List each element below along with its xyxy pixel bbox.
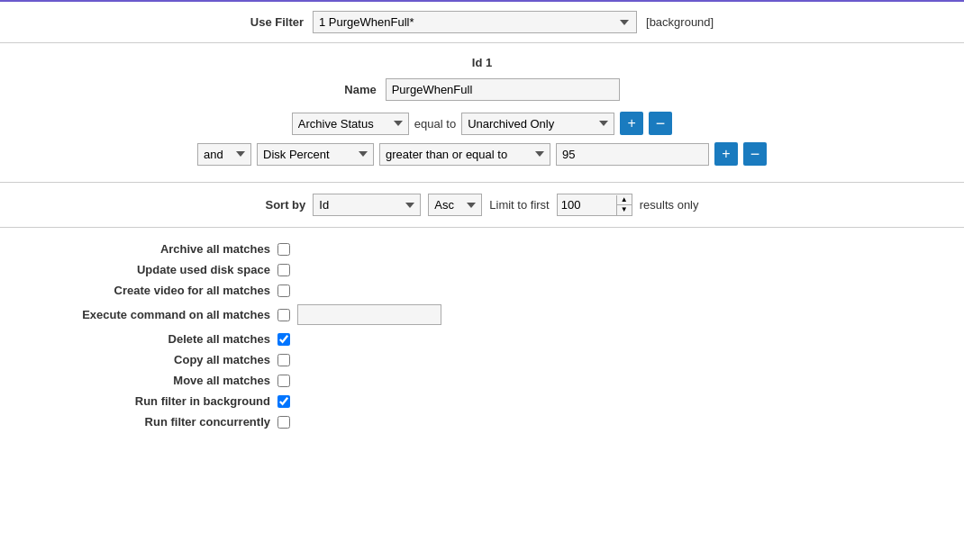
filter-operator-1-label: equal to	[414, 117, 456, 131]
filter-operator-2-select[interactable]: equal to not equal to greater than less …	[379, 143, 550, 166]
filter-rows: Archive Status Disk Percent equal to Una…	[18, 112, 946, 166]
limit-to-first-label: Limit to first	[489, 198, 549, 212]
spinner-down-button[interactable]: ▼	[617, 205, 632, 215]
action-run-filter-concurrently-row: Run filter concurrently	[54, 415, 946, 429]
use-filter-label: Use Filter	[250, 15, 304, 29]
copy-all-matches-label: Copy all matches	[54, 353, 270, 366]
run-filter-concurrently-checkbox[interactable]	[277, 416, 290, 429]
id-title: Id 1	[18, 56, 946, 69]
delete-all-matches-checkbox[interactable]	[277, 333, 290, 346]
update-disk-space-checkbox[interactable]	[277, 264, 290, 276]
background-tag: [background]	[646, 15, 714, 29]
execute-command-label: Execute command on all matches	[54, 308, 270, 321]
action-create-video-row: Create video for all matches	[54, 284, 946, 297]
filter-row-2-remove-button[interactable]: −	[743, 142, 767, 166]
run-filter-background-label: Run filter in background	[54, 394, 270, 408]
move-all-matches-checkbox[interactable]	[277, 375, 290, 387]
update-disk-space-label: Update used disk space	[54, 263, 270, 276]
sort-direction-select[interactable]: Asc Desc	[428, 194, 482, 216]
action-run-filter-background-row: Run filter in background	[54, 394, 946, 408]
use-filter-section: Use Filter 1 PurgeWhenFull* [background]	[0, 2, 964, 43]
filter-row-1: Archive Status Disk Percent equal to Una…	[292, 112, 672, 135]
filter-field-1-select[interactable]: Archive Status Disk Percent	[292, 113, 409, 135]
move-all-matches-label: Move all matches	[54, 374, 270, 387]
action-delete-all-matches-row: Delete all matches	[54, 332, 946, 346]
execute-command-checkbox[interactable]	[277, 309, 290, 321]
filter-row-1-remove-button[interactable]: −	[649, 112, 672, 135]
filter-value-2-input[interactable]	[556, 143, 709, 166]
sort-section: Sort by Id Name Size Asc Desc Limit to f…	[0, 183, 964, 228]
archive-all-matches-label: Archive all matches	[54, 242, 270, 256]
delete-all-matches-label: Delete all matches	[54, 332, 270, 346]
filter-row-2-add-button[interactable]: +	[714, 142, 738, 166]
create-video-label: Create video for all matches	[54, 284, 270, 297]
name-label: Name	[344, 83, 376, 96]
execute-command-input[interactable]	[297, 304, 441, 325]
actions-section: Archive all matches Update used disk spa…	[0, 228, 964, 450]
spinner-up-button[interactable]: ▲	[617, 195, 632, 205]
sort-by-label: Sort by	[265, 198, 305, 212]
id-section: Id 1 Name Archive Status Disk Percent eq…	[0, 43, 964, 183]
action-archive-all-matches-row: Archive all matches	[54, 242, 946, 256]
sort-field-select[interactable]: Id Name Size	[313, 194, 421, 216]
limit-spinner[interactable]: ▲ ▼	[557, 194, 632, 216]
results-only-label: results only	[640, 198, 699, 212]
action-copy-all-matches-row: Copy all matches	[54, 353, 946, 366]
archive-all-matches-checkbox[interactable]	[277, 243, 290, 256]
run-filter-background-checkbox[interactable]	[277, 395, 290, 408]
limit-value-input[interactable]	[558, 194, 616, 215]
filter-conjunction-select[interactable]: and or	[197, 143, 251, 166]
create-video-checkbox[interactable]	[277, 285, 290, 297]
filter-row-2: and or Archive Status Disk Percent equal…	[197, 142, 767, 166]
copy-all-matches-checkbox[interactable]	[277, 354, 290, 366]
use-filter-select[interactable]: 1 PurgeWhenFull*	[313, 11, 637, 33]
action-execute-command-row: Execute command on all matches	[54, 304, 946, 325]
spinner-arrows: ▲ ▼	[616, 195, 632, 215]
filter-row-1-add-button[interactable]: +	[620, 112, 643, 135]
filter-field-2-select[interactable]: Archive Status Disk Percent	[257, 143, 374, 166]
name-row: Name	[18, 78, 946, 101]
filter-value-1-select[interactable]: Unarchived Only Archived Only All	[461, 113, 614, 135]
run-filter-concurrently-label: Run filter concurrently	[54, 415, 270, 429]
action-update-disk-space-row: Update used disk space	[54, 263, 946, 276]
action-move-all-matches-row: Move all matches	[54, 374, 946, 387]
name-input[interactable]	[386, 78, 620, 101]
